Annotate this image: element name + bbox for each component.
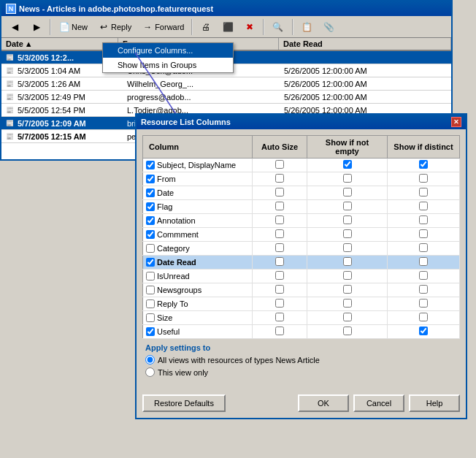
back-icon: ◀ bbox=[9, 21, 20, 33]
print-icon: 🖨 bbox=[200, 21, 212, 33]
col-date[interactable]: Date ▲ bbox=[1, 38, 118, 50]
distinct-check-comment[interactable] bbox=[419, 229, 428, 238]
col-distinct-subject bbox=[388, 159, 460, 172]
col-check-from[interactable] bbox=[146, 175, 155, 183]
autosize-check-category[interactable] bbox=[275, 243, 284, 252]
context-menu-configure[interactable]: Configure Columns... bbox=[103, 43, 233, 58]
col-name-newsgroups: Newsgroups bbox=[143, 283, 253, 297]
col-check-replyto[interactable] bbox=[146, 299, 155, 308]
row-from-3: progress@adob... bbox=[123, 93, 280, 102]
toolbar: ◀ ▶ 📄 New ↩ Reply → Forward 🖨 ⬛ ✖ 🔍 bbox=[1, 16, 451, 38]
print-button[interactable]: 🖨 bbox=[196, 18, 216, 36]
notempty-check-replyto[interactable] bbox=[343, 299, 352, 308]
reply-icon: ↩ bbox=[98, 21, 110, 33]
autosize-check-useful[interactable] bbox=[275, 327, 284, 335]
quickfind-icon: 🔍 bbox=[272, 21, 283, 33]
distinct-check-date[interactable] bbox=[419, 188, 428, 196]
distinct-check-subject[interactable] bbox=[419, 160, 428, 169]
dialog-buttons-row: Restore Defaults OK Cancel Help bbox=[137, 390, 466, 418]
table-row[interactable]: 📰 5/3/2005 1:26 AM Wilhelm_Georg_... 5/2… bbox=[1, 77, 451, 91]
col-row-flag: Flag bbox=[143, 200, 460, 214]
col-check-newsgroups[interactable] bbox=[146, 286, 155, 294]
distinct-check-replyto[interactable] bbox=[419, 299, 428, 308]
autosize-check-size[interactable] bbox=[275, 313, 284, 321]
radio-this-view-label: This view only bbox=[158, 368, 208, 377]
row-icon-2: 📰 bbox=[1, 80, 13, 88]
row-icon-4: 📰 bbox=[1, 106, 13, 114]
col-check-annotation[interactable] bbox=[146, 216, 155, 225]
dialog-close-button[interactable]: ✕ bbox=[451, 117, 461, 127]
notempty-check-dateread[interactable] bbox=[343, 257, 352, 266]
autosize-check-isunread[interactable] bbox=[275, 271, 284, 280]
row-date-5: 5/7/2005 12:09 AM bbox=[13, 119, 123, 128]
autosize-check-dateread[interactable] bbox=[275, 257, 284, 266]
help-button[interactable]: Help bbox=[409, 394, 460, 412]
col-dateread[interactable]: Date Read bbox=[279, 38, 451, 50]
autosize-check-newsgroups[interactable] bbox=[275, 285, 284, 294]
extra-btn-1[interactable]: 📋 bbox=[296, 18, 317, 36]
context-menu-show-items[interactable]: Show Items in Groups bbox=[103, 58, 233, 72]
forward-button[interactable]: → Forward bbox=[137, 18, 188, 36]
notempty-check-isunread[interactable] bbox=[343, 271, 352, 280]
col-notempty-from bbox=[307, 172, 388, 186]
new-button[interactable]: 📄 New bbox=[54, 18, 92, 36]
notempty-check-date[interactable] bbox=[343, 188, 352, 196]
autosize-check-date[interactable] bbox=[275, 188, 284, 196]
show-items-label: Show Items in Groups bbox=[118, 61, 196, 69]
delete-button[interactable]: ✖ bbox=[239, 18, 260, 36]
col-check-comment[interactable] bbox=[146, 230, 155, 239]
distinct-check-flag[interactable] bbox=[419, 202, 428, 210]
autosize-check-annotation[interactable] bbox=[275, 215, 284, 224]
row-dateread-2: 5/26/2005 12:00:00 AM bbox=[280, 80, 372, 88]
row-date-2: 5/3/2005 1:26 AM bbox=[13, 80, 123, 88]
notempty-check-category[interactable] bbox=[343, 243, 352, 252]
autosize-check-subject[interactable] bbox=[275, 160, 284, 169]
notempty-check-subject[interactable] bbox=[343, 160, 352, 169]
col-name-size: Size bbox=[143, 311, 253, 325]
col-dateread-label: Date Read bbox=[283, 39, 323, 48]
forward-nav-button[interactable]: ▶ bbox=[26, 18, 47, 36]
restore-defaults-button[interactable]: Restore Defaults bbox=[142, 394, 226, 412]
col-check-date[interactable] bbox=[146, 188, 155, 197]
autosize-check-from[interactable] bbox=[275, 174, 284, 183]
col-row-newsgroups: Newsgroups bbox=[143, 283, 460, 297]
col-check-category[interactable] bbox=[146, 244, 155, 253]
distinct-check-size[interactable] bbox=[419, 313, 428, 321]
extra-btn-2[interactable]: 📎 bbox=[318, 18, 339, 36]
notempty-check-from[interactable] bbox=[343, 174, 352, 183]
radio-all-views-input[interactable] bbox=[145, 355, 155, 365]
toolbar-sep-2 bbox=[191, 19, 193, 35]
distinct-check-isunread[interactable] bbox=[419, 271, 428, 280]
ok-button[interactable]: OK bbox=[298, 394, 349, 412]
distinct-check-newsgroups[interactable] bbox=[419, 285, 428, 294]
toolbar-sep-3 bbox=[263, 19, 264, 35]
cancel-button[interactable]: Cancel bbox=[353, 394, 404, 412]
distinct-check-annotation[interactable] bbox=[419, 215, 428, 224]
col-check-isunread[interactable] bbox=[146, 272, 155, 280]
col-check-useful[interactable] bbox=[146, 327, 155, 336]
stop-button[interactable]: ⬛ bbox=[218, 18, 238, 36]
distinct-check-useful[interactable] bbox=[419, 327, 428, 335]
col-row-from: From bbox=[143, 172, 460, 186]
table-row[interactable]: 📰 5/3/2005 12:49 PM progress@adob... 5/2… bbox=[1, 91, 451, 104]
distinct-check-category[interactable] bbox=[419, 243, 428, 252]
radio-this-view-input[interactable] bbox=[145, 367, 155, 377]
notempty-check-annotation[interactable] bbox=[343, 215, 352, 224]
quickfind-button[interactable]: 🔍 bbox=[267, 18, 289, 36]
col-check-dateread[interactable] bbox=[146, 258, 155, 267]
notempty-check-flag[interactable] bbox=[343, 202, 352, 210]
distinct-check-from[interactable] bbox=[419, 174, 428, 183]
notempty-check-useful[interactable] bbox=[343, 327, 352, 335]
col-check-size[interactable] bbox=[146, 313, 155, 322]
autosize-check-replyto[interactable] bbox=[275, 299, 284, 308]
col-check-subject[interactable] bbox=[146, 161, 155, 169]
autosize-check-comment[interactable] bbox=[275, 229, 284, 238]
notempty-check-comment[interactable] bbox=[343, 229, 352, 238]
reply-button[interactable]: ↩ Reply bbox=[93, 18, 136, 36]
notempty-check-size[interactable] bbox=[343, 313, 352, 321]
back-button[interactable]: ◀ bbox=[4, 18, 25, 36]
col-check-flag[interactable] bbox=[146, 202, 155, 211]
autosize-check-flag[interactable] bbox=[275, 202, 284, 210]
notempty-check-newsgroups[interactable] bbox=[343, 285, 352, 294]
distinct-check-dateread[interactable] bbox=[419, 257, 428, 266]
